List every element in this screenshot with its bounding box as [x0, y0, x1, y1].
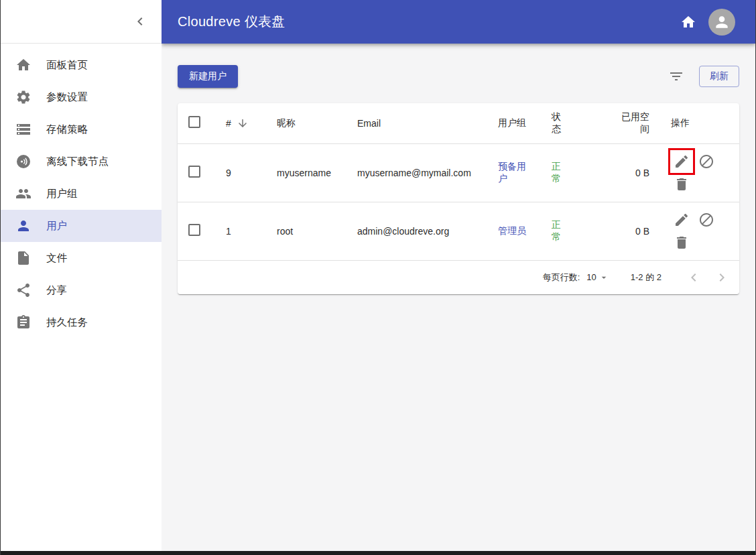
column-header-status: 状态 — [541, 103, 580, 143]
main-content: 新建用户 刷新 — [162, 44, 755, 551]
app-bar-actions — [680, 9, 735, 36]
status-badge: 正常 — [552, 161, 561, 184]
sidebar-item-label: 分享 — [46, 284, 67, 298]
user-group-link[interactable]: 预备用户 — [498, 161, 526, 184]
sidebar-item-label: 文件 — [46, 251, 67, 265]
cell-id: 9 — [215, 143, 266, 202]
block-icon — [698, 153, 714, 170]
sidebar-nav: 面板首页 参数设置 存储策略 离线下载节点 — [1, 44, 162, 338]
chevron-left-icon — [686, 269, 702, 286]
column-header-id[interactable]: # — [215, 103, 266, 143]
chevron-right-icon — [714, 269, 730, 286]
table-header-row: # 昵称 Email 用户组 状态 已用空间 操作 — [178, 103, 739, 143]
select-all-checkbox[interactable] — [188, 116, 200, 128]
user-avatar-button[interactable] — [708, 9, 735, 36]
sidebar-item-offline-download-nodes[interactable]: 离线下载节点 — [1, 145, 162, 178]
delete-user-button[interactable] — [671, 232, 692, 253]
arrow-down-icon — [237, 117, 249, 129]
chevron-left-icon — [132, 13, 148, 29]
trash-icon — [674, 176, 690, 192]
users-table: # 昵称 Email 用户组 状态 已用空间 操作 9 myusername — [178, 103, 739, 261]
user-group-link[interactable]: 管理员 — [498, 225, 526, 236]
pagination-range-label: 1-2 的 2 — [631, 271, 662, 284]
cell-id: 1 — [215, 202, 266, 260]
toolbar-right: 刷新 — [668, 66, 739, 87]
status-badge: 正常 — [552, 219, 561, 242]
home-button[interactable] — [680, 14, 696, 30]
sidebar-item-shares[interactable]: 分享 — [1, 274, 162, 306]
column-header-used[interactable]: 已用空间 — [580, 103, 660, 143]
previous-page-button[interactable] — [684, 268, 703, 287]
edit-user-button[interactable] — [671, 151, 692, 172]
pencil-edit-icon — [674, 212, 690, 228]
cell-email: myusername@mymail.com — [346, 143, 487, 202]
sidebar-collapse-button[interactable] — [132, 13, 148, 29]
sidebar-item-user-groups[interactable]: 用户组 — [1, 178, 162, 210]
column-header-actions: 操作 — [660, 103, 739, 143]
sidebar-item-users[interactable]: 用户 — [1, 210, 162, 242]
rows-per-page-select[interactable]: 10 — [586, 272, 609, 283]
row-actions — [671, 151, 733, 195]
sidebar-header — [1, 0, 162, 44]
next-page-button[interactable] — [712, 268, 731, 287]
cloudreve-dashboard-window: 面板首页 参数设置 存储策略 离线下载节点 — [0, 0, 756, 555]
trash-icon — [674, 235, 690, 251]
sidebar-item-persistent-tasks[interactable]: 持久任务 — [1, 306, 162, 338]
column-header-email[interactable]: Email — [346, 103, 487, 143]
block-icon — [698, 212, 714, 228]
cell-email: admin@cloudreve.org — [346, 202, 487, 260]
gear-icon — [15, 89, 32, 105]
edit-user-button[interactable] — [671, 209, 692, 231]
block-user-button[interactable] — [696, 151, 717, 172]
sidebar-item-label: 离线下载节点 — [46, 155, 109, 169]
cell-nick: root — [266, 202, 346, 260]
column-header-group: 用户组 — [487, 103, 541, 143]
new-user-button[interactable]: 新建用户 — [178, 65, 238, 88]
sidebar-item-label: 参数设置 — [46, 90, 88, 105]
file-icon — [15, 250, 32, 266]
app-bar: Cloudreve 仪表盘 — [162, 0, 755, 44]
table-row: 1 root admin@cloudreve.org 管理员 正常 0 B — [178, 202, 739, 260]
cell-used-space: 0 B — [580, 143, 660, 202]
row-checkbox[interactable] — [188, 166, 200, 178]
column-header-nick[interactable]: 昵称 — [266, 103, 346, 143]
refresh-button[interactable]: 刷新 — [699, 66, 739, 87]
cell-used-space: 0 B — [580, 202, 660, 260]
cell-nick: myusername — [266, 143, 346, 202]
delete-user-button[interactable] — [671, 174, 692, 195]
sidebar-item-dashboard-home[interactable]: 面板首页 — [1, 49, 162, 81]
home-icon — [680, 14, 696, 30]
sidebar-item-storage-policy[interactable]: 存储策略 — [1, 113, 162, 145]
clipboard-icon — [15, 314, 32, 330]
home-icon — [15, 57, 32, 73]
table-row: 9 myusername myusername@mymail.com 预备用户 … — [178, 143, 739, 202]
sidebar-item-label: 面板首页 — [46, 58, 88, 72]
sidebar-item-files[interactable]: 文件 — [1, 242, 162, 274]
broadcast-node-icon — [15, 153, 32, 170]
block-user-button[interactable] — [696, 209, 717, 231]
rows-per-page-label: 每页行数: — [543, 271, 580, 284]
page-title: Cloudreve 仪表盘 — [178, 13, 680, 31]
filter-button[interactable] — [668, 68, 684, 84]
group-icon — [15, 186, 32, 202]
sidebar-item-label: 存储策略 — [46, 123, 88, 137]
sidebar-item-label: 持久任务 — [46, 316, 88, 330]
row-checkbox[interactable] — [188, 224, 200, 236]
pencil-edit-icon — [674, 153, 690, 170]
sidebar: 面板首页 参数设置 存储策略 离线下载节点 — [1, 0, 162, 551]
table-pagination: 每页行数: 10 1-2 的 2 — [178, 261, 739, 294]
toolbar: 新建用户 刷新 — [178, 65, 739, 88]
share-icon — [15, 282, 32, 298]
sidebar-item-label: 用户组 — [46, 187, 78, 201]
avatar-person-icon — [713, 13, 731, 31]
window-bottom-edge — [1, 551, 755, 555]
sidebar-item-settings[interactable]: 参数设置 — [1, 81, 162, 113]
row-actions — [671, 209, 733, 253]
person-icon — [15, 218, 32, 234]
storage-icon — [15, 121, 32, 137]
sidebar-item-label: 用户 — [46, 219, 67, 233]
dropdown-arrow-icon — [598, 272, 609, 283]
filter-list-icon — [668, 68, 684, 84]
users-table-card: # 昵称 Email 用户组 状态 已用空间 操作 9 myusername — [178, 103, 739, 294]
